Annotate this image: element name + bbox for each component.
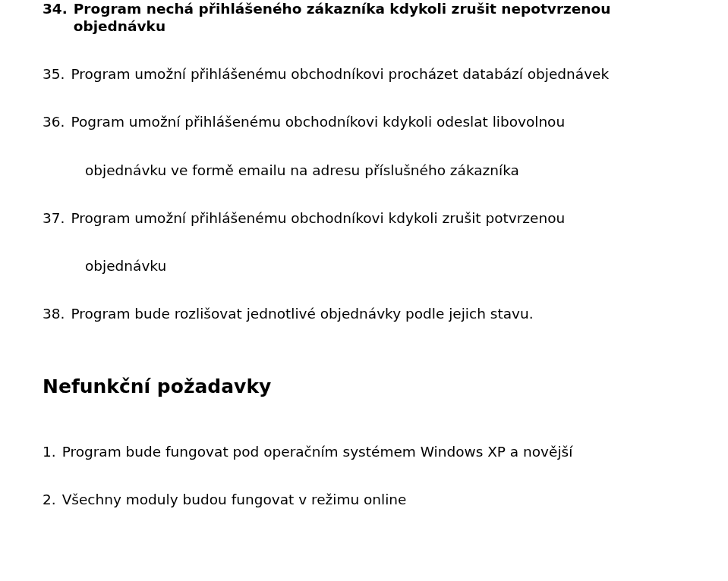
list-item: 38. Program bude rozlišovat jednotlivé o…: [43, 305, 685, 322]
list-item: 37. Program umožní přihlášenému obchodní…: [43, 209, 685, 227]
list-item-continuation: objednávku: [85, 257, 685, 275]
list-number: 2.: [43, 491, 56, 508]
list-item-text: Program bude rozlišovat jednotlivé objed…: [71, 305, 533, 322]
section-heading: Nefunkční požadavky: [43, 375, 685, 397]
list-item: 36. Pogram umožní přihlášenému obchodník…: [43, 113, 685, 130]
list-number: 35.: [43, 65, 65, 83]
list-item-continuation: objednávku ve formě emailu na adresu pří…: [85, 162, 685, 179]
list-item-text: Všechny moduly budou fungovat v režimu o…: [62, 491, 407, 508]
list-item-text: Pogram umožní přihlášenému obchodníkovi …: [71, 113, 565, 130]
list-number: 37.: [43, 209, 65, 227]
list-item-text: Program umožní přihlášenému obchodníkovi…: [71, 65, 609, 83]
document-page: 34. Program nechá přihlášeného zákazníka…: [0, 0, 728, 508]
list-item: 2. Všechny moduly budou fungovat v režim…: [43, 491, 685, 508]
list-number: 1.: [43, 443, 56, 460]
list-item-text: Program bude fungovat pod operačním syst…: [62, 443, 573, 460]
list-number: 36.: [43, 113, 65, 130]
list-item: 34. Program nechá přihlášeného zákazníka…: [43, 0, 685, 35]
list-item-text: Program nechá přihlášeného zákazníka kdy…: [74, 0, 685, 35]
list-number: 38.: [43, 305, 65, 322]
list-item-text: Program umožní přihlášenému obchodníkovi…: [71, 209, 565, 227]
list-item: 35. Program umožní přihlášenému obchodní…: [43, 65, 685, 83]
list-number: 34.: [43, 0, 68, 17]
list-item: 1. Program bude fungovat pod operačním s…: [43, 443, 685, 460]
